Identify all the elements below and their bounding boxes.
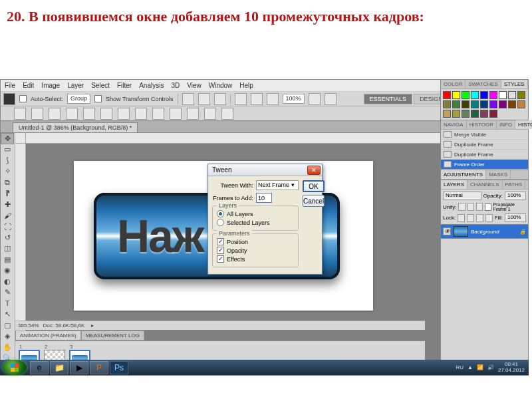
tab-adjustments[interactable]: ADJUSTMENTS xyxy=(441,170,486,179)
swatch[interactable] xyxy=(443,100,451,108)
tray-flag-icon[interactable]: ▲ xyxy=(467,364,473,370)
ok-button[interactable]: OK xyxy=(303,180,325,192)
zoom-level[interactable]: 100% xyxy=(283,94,305,104)
gradient-tool[interactable]: ▤ xyxy=(1,254,14,265)
swatch[interactable] xyxy=(462,100,469,108)
distribute-icon[interactable] xyxy=(235,93,247,105)
tray-network-icon[interactable]: 📶 xyxy=(477,364,483,370)
path-tool[interactable]: ↖ xyxy=(1,309,14,321)
layer-background[interactable]: 👁 Background 🔒 xyxy=(441,224,528,238)
swatch[interactable] xyxy=(452,100,460,108)
stamp-tool[interactable]: ⛶ xyxy=(1,221,14,232)
history-item[interactable]: Duplicate Frame xyxy=(441,150,528,160)
tray-lang[interactable]: RU xyxy=(456,364,464,370)
menu-edit[interactable]: Edit xyxy=(23,82,34,89)
pen-tool[interactable]: ✎ xyxy=(1,287,14,298)
all-layers-radio[interactable] xyxy=(217,210,224,217)
tab-animation[interactable]: ANIMATION (FRAMES) xyxy=(15,331,81,340)
fill-value[interactable]: 100% xyxy=(505,213,526,222)
heal-tool[interactable]: ✚ xyxy=(1,199,14,210)
align-icon[interactable] xyxy=(182,93,194,105)
tab-paths[interactable]: PATHS xyxy=(503,180,525,189)
taskbar-explorer-icon[interactable]: 📁 xyxy=(50,361,68,374)
swatch[interactable] xyxy=(480,91,488,99)
tab-swatches[interactable]: SWATCHES xyxy=(466,80,501,88)
swatch[interactable] xyxy=(471,110,479,118)
opt-icon[interactable] xyxy=(118,108,130,120)
3d-tool[interactable]: ◈ xyxy=(1,331,14,342)
frames-to-add-input[interactable] xyxy=(256,193,272,203)
move-tool[interactable]: ✥ xyxy=(1,133,14,144)
selected-layers-radio[interactable] xyxy=(217,219,224,226)
swatch[interactable] xyxy=(462,110,469,118)
menu-help[interactable]: Help xyxy=(239,82,253,89)
taskbar-ie-icon[interactable]: e xyxy=(30,361,49,374)
align-icon[interactable] xyxy=(214,93,226,105)
opt-icon[interactable] xyxy=(170,108,182,120)
menu-layer[interactable]: Layer xyxy=(67,82,84,89)
menu-3d[interactable]: 3D xyxy=(171,82,180,89)
history-brush-tool[interactable]: ↺ xyxy=(1,232,14,243)
document-tab[interactable]: Untitled-1 @ 386% (Background, RGB/8) * xyxy=(13,122,138,132)
tab-color[interactable]: COLOR xyxy=(441,80,466,88)
opacity-value[interactable]: 100% xyxy=(505,192,526,200)
swatch[interactable] xyxy=(462,91,469,99)
swatch[interactable] xyxy=(489,100,497,108)
tab-layers[interactable]: LAYERS xyxy=(441,180,467,189)
tool-preset-icon[interactable] xyxy=(14,108,26,120)
lock-icon[interactable] xyxy=(467,214,474,222)
show-transform-checkbox[interactable] xyxy=(94,95,102,102)
swatch[interactable] xyxy=(443,91,451,99)
dialog-close-button[interactable]: ✕ xyxy=(307,166,321,175)
tab-styles[interactable]: STYLES xyxy=(501,80,528,88)
unify-icon[interactable] xyxy=(458,203,465,211)
unify-icon[interactable] xyxy=(476,203,483,211)
cancel-button[interactable]: Cancel xyxy=(303,195,325,207)
eyedropper-tool[interactable]: ⁋ xyxy=(1,188,14,200)
tab-info[interactable]: INFO xyxy=(497,120,515,129)
tray-clock[interactable]: 00:41 27.04.2012 xyxy=(498,362,525,374)
blur-tool[interactable]: ◉ xyxy=(1,265,14,276)
swatch[interactable] xyxy=(508,100,516,108)
tween-with-dropdown[interactable]: Next Frame ▾ xyxy=(256,180,299,190)
taskbar-media-icon[interactable]: ▶ xyxy=(70,361,88,374)
eraser-tool[interactable]: ◫ xyxy=(1,243,14,254)
swatch[interactable] xyxy=(443,110,451,118)
hand-tool[interactable]: ✋ xyxy=(1,342,14,353)
shape-tool[interactable]: ▢ xyxy=(1,320,14,331)
view-icon[interactable] xyxy=(309,93,321,105)
swatch[interactable] xyxy=(471,100,479,108)
tray-sound-icon[interactable]: 🔊 xyxy=(487,364,494,370)
tab-masks[interactable]: MASKS xyxy=(486,170,511,179)
opt-icon[interactable] xyxy=(83,108,95,120)
swatch[interactable] xyxy=(452,110,460,118)
opt-icon[interactable] xyxy=(135,108,147,120)
auto-select-checkbox[interactable] xyxy=(19,95,27,102)
swatch[interactable] xyxy=(499,91,507,99)
dialog-titlebar[interactable]: Tween ✕ xyxy=(208,164,322,176)
tab-measurement[interactable]: MEASUREMENT LOG xyxy=(81,331,144,340)
taskbar-photoshop-icon[interactable]: Ps xyxy=(110,361,128,374)
history-item[interactable]: Duplicate Frame xyxy=(441,140,528,150)
menu-view[interactable]: View xyxy=(187,82,201,89)
menu-filter[interactable]: Filter xyxy=(117,82,132,89)
lasso-tool[interactable]: ⟆ xyxy=(1,155,14,166)
propagate-checkbox[interactable] xyxy=(485,203,491,211)
swatch[interactable] xyxy=(480,100,488,108)
swatch[interactable] xyxy=(480,110,488,118)
crop-tool[interactable]: ⧉ xyxy=(1,177,14,188)
opt-icon[interactable] xyxy=(49,108,61,120)
history-item[interactable]: Merge Visible xyxy=(441,130,528,140)
lock-icon[interactable] xyxy=(485,214,493,222)
menu-analysis[interactable]: Analysis xyxy=(139,82,164,89)
opt-icon[interactable] xyxy=(204,108,216,120)
brush-tool[interactable]: 🖌 xyxy=(1,210,14,221)
opt-icon[interactable] xyxy=(221,108,233,120)
screen-mode-icon[interactable] xyxy=(325,93,336,105)
taskbar-powerpoint-icon[interactable]: P xyxy=(90,361,108,374)
history-item[interactable]: Frame Order xyxy=(441,160,528,170)
swatch[interactable] xyxy=(452,91,460,99)
menu-file[interactable]: File xyxy=(5,82,15,89)
swatch[interactable] xyxy=(508,91,516,99)
lock-icon[interactable] xyxy=(458,214,465,222)
